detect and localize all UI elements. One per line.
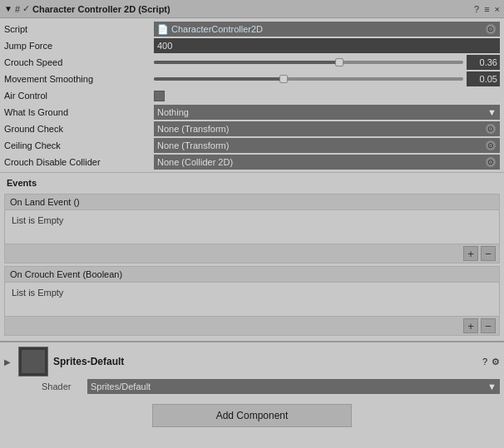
crouch-speed-value[interactable] <box>467 55 500 70</box>
add-component-area: Add Component <box>0 397 504 434</box>
jump-force-row: Jump Force <box>0 37 504 54</box>
shader-dropdown[interactable]: Sprites/Default ▼ <box>87 379 500 394</box>
shader-label: Shader <box>42 382 87 391</box>
movement-smoothing-fill <box>154 77 284 81</box>
ceiling-check-select-btn[interactable]: ⊙ <box>485 140 497 151</box>
checkmark-icon[interactable]: ✓ <box>22 3 30 14</box>
on-crouch-minus-btn[interactable]: − <box>481 318 496 333</box>
on-land-footer: + − <box>5 244 499 263</box>
on-crouch-event-block: On Crouch Event (Boolean) List is Empty … <box>4 266 500 336</box>
movement-smoothing-track <box>154 77 463 81</box>
help-icon[interactable]: ? <box>474 4 479 14</box>
sprites-thumb-inner <box>22 350 45 373</box>
shader-dropdown-arrow-icon: ▼ <box>487 382 497 391</box>
what-is-ground-label: What Is Ground <box>4 107 154 117</box>
script-row: Script 📄 CharacterController2D ⊙ <box>0 21 504 37</box>
ground-check-label: Ground Check <box>4 124 154 134</box>
crouch-disable-label: Crouch Disable Collider <box>4 157 154 167</box>
what-is-ground-row: What Is Ground Nothing ▼ <box>0 104 504 121</box>
ground-check-name: None (Transform) <box>157 124 229 134</box>
ceiling-check-row: Ceiling Check None (Transform) ⊙ <box>0 137 504 154</box>
crouch-disable-ref[interactable]: None (Collider 2D) ⊙ <box>154 155 500 170</box>
sprites-settings-icon[interactable]: ⚙ <box>492 357 500 367</box>
divider <box>0 172 504 173</box>
air-control-row: Air Control <box>0 87 504 104</box>
sprites-icons: ? ⚙ <box>482 357 500 367</box>
ground-check-value-container: None (Transform) ⊙ <box>154 121 500 136</box>
sprites-expand-arrow-icon[interactable]: ▶ <box>4 357 11 367</box>
movement-smoothing-thumb[interactable] <box>279 75 288 83</box>
jump-force-label: Jump Force <box>4 41 154 51</box>
crouch-speed-label: Crouch Speed <box>4 57 154 67</box>
shader-row: Shader Sprites/Default ▼ <box>0 378 504 395</box>
ground-check-select-btn[interactable]: ⊙ <box>485 123 497 135</box>
sprites-title: Sprites-Default <box>53 356 477 367</box>
menu-icon[interactable]: ≡ <box>484 4 489 14</box>
jump-force-input[interactable] <box>154 38 500 53</box>
script-value-container: 📄 CharacterController2D ⊙ <box>154 22 500 37</box>
events-header: Events <box>0 175 504 191</box>
crouch-speed-fill <box>154 61 339 64</box>
script-select-btn[interactable]: ⊙ <box>485 23 497 35</box>
crouch-disable-row: Crouch Disable Collider None (Collider 2… <box>0 154 504 170</box>
crouch-speed-slider-container <box>154 55 500 70</box>
on-crouch-empty: List is Empty <box>5 283 499 316</box>
add-component-button[interactable]: Add Component <box>152 404 352 427</box>
on-land-title: On Land Event () <box>5 194 499 210</box>
ceiling-check-ref[interactable]: None (Transform) ⊙ <box>154 138 500 153</box>
header-icons: ? ≡ × <box>474 4 500 14</box>
crouch-speed-row: Crouch Speed <box>0 54 504 71</box>
component-body: Script 📄 CharacterController2D ⊙ Jump Fo… <box>0 18 504 341</box>
on-crouch-plus-btn[interactable]: + <box>463 318 478 333</box>
movement-smoothing-label: Movement Smoothing <box>4 74 154 84</box>
component-title: Character Controller 2D (Script) <box>32 4 474 14</box>
on-land-minus-btn[interactable]: − <box>481 246 496 261</box>
crouch-disable-name: None (Collider 2D) <box>157 157 233 167</box>
air-control-label: Air Control <box>4 91 154 101</box>
script-icon: 📄 <box>157 24 169 35</box>
crouch-disable-select-btn[interactable]: ⊙ <box>485 156 497 168</box>
on-land-event-block: On Land Event () List is Empty + − <box>4 194 500 263</box>
air-control-value <box>154 91 500 101</box>
movement-smoothing-slider-container <box>154 71 500 86</box>
movement-smoothing-value[interactable] <box>467 71 500 86</box>
jump-force-value-container <box>154 38 500 53</box>
what-is-ground-dropdown[interactable]: Nothing ▼ <box>154 105 500 120</box>
hash-icon: # <box>15 4 20 14</box>
sprites-help-icon[interactable]: ? <box>482 357 487 367</box>
on-land-plus-btn[interactable]: + <box>463 246 478 261</box>
shader-value: Sprites/Default <box>91 382 151 391</box>
sprites-section: ▶ Sprites-Default ? ⚙ Shader Sprites/Def… <box>0 341 504 397</box>
on-crouch-title: On Crouch Event (Boolean) <box>5 267 499 283</box>
sprites-header: ▶ Sprites-Default ? ⚙ <box>0 345 504 378</box>
sprites-thumbnail <box>18 347 48 377</box>
ceiling-check-label: Ceiling Check <box>4 140 154 150</box>
component-header: ▼ # ✓ Character Controller 2D (Script) ?… <box>0 0 504 18</box>
crouch-speed-thumb[interactable] <box>335 58 343 66</box>
toggle-arrow-icon[interactable]: ▼ <box>4 4 12 13</box>
script-label: Script <box>4 24 154 34</box>
air-control-checkbox[interactable] <box>154 91 165 101</box>
movement-smoothing-row: Movement Smoothing <box>0 71 504 87</box>
script-ref[interactable]: 📄 CharacterController2D ⊙ <box>154 22 500 37</box>
crouch-disable-value-container: None (Collider 2D) ⊙ <box>154 155 500 170</box>
ground-check-ref[interactable]: None (Transform) ⊙ <box>154 121 500 136</box>
what-is-ground-value-container: Nothing ▼ <box>154 105 500 120</box>
what-is-ground-selected: Nothing <box>157 107 189 117</box>
ground-check-row: Ground Check None (Transform) ⊙ <box>0 121 504 137</box>
on-land-empty: List is Empty <box>5 210 499 244</box>
ceiling-check-name: None (Transform) <box>157 140 229 150</box>
close-icon[interactable]: × <box>495 4 500 14</box>
crouch-speed-track <box>154 61 463 64</box>
dropdown-arrow-icon: ▼ <box>487 107 497 117</box>
ceiling-check-value-container: None (Transform) ⊙ <box>154 138 500 153</box>
on-crouch-footer: + − <box>5 316 499 335</box>
script-name: CharacterController2D <box>171 24 263 34</box>
